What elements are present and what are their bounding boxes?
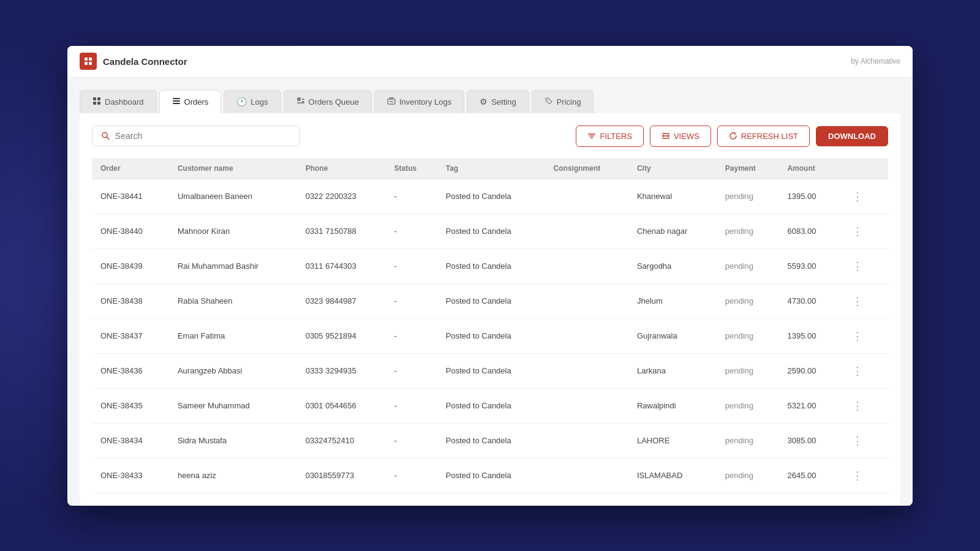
table-row: ONE-38437 Eman Fatima 0305 9521894 - Pos… — [92, 318, 888, 353]
views-button[interactable]: VIEWS — [650, 126, 711, 147]
cell-phone: 0305 9521894 — [297, 318, 386, 353]
filters-button[interactable]: FILTERS — [576, 126, 644, 147]
cell-tag: Posted to Candela — [437, 423, 545, 458]
cell-tag: Posted to Candela — [437, 179, 545, 214]
cell-customer: Umalbaneen Baneen — [169, 179, 297, 214]
cell-amount: 4730.00 — [778, 283, 839, 318]
search-box[interactable] — [92, 126, 300, 146]
orders-table: Order Customer name Phone Status Tag Con… — [92, 158, 888, 493]
cell-payment: pending — [717, 249, 779, 283]
cell-payment: pending — [717, 388, 779, 423]
cell-city: Jhelum — [628, 283, 717, 318]
cell-customer: Aurangzeb Abbasi — [169, 353, 297, 388]
cell-amount: 5321.00 — [778, 388, 839, 423]
refresh-button[interactable]: REFRESH LIST — [717, 126, 810, 147]
table-body: ONE-38441 Umalbaneen Baneen 0322 2200323… — [92, 179, 888, 493]
titlebar: Candela Connector by Alchemative — [67, 46, 913, 78]
col-customer: Customer name — [169, 158, 297, 179]
toolbar-actions: FILTERS VIEWS — [576, 126, 888, 147]
row-more-button[interactable]: ⋮ — [847, 432, 868, 450]
cell-order: ONE-38434 — [92, 423, 169, 458]
cell-consignment — [545, 214, 628, 249]
cell-customer: Sidra Mustafa — [169, 423, 297, 458]
cell-tag: Posted to Candela — [437, 353, 545, 388]
cell-actions: ⋮ — [839, 214, 888, 249]
row-more-button[interactable]: ⋮ — [847, 222, 868, 241]
cell-actions: ⋮ — [839, 318, 888, 353]
cell-customer: Mahnoor Kiran — [169, 214, 297, 249]
views-icon — [662, 132, 670, 140]
orders-queue-icon — [296, 97, 305, 107]
tab-inventory-logs[interactable]: Inventory Logs — [374, 90, 464, 113]
cell-payment: pending — [717, 353, 779, 388]
svg-rect-9 — [173, 100, 180, 102]
cell-amount: 5593.00 — [778, 249, 839, 283]
row-more-button[interactable]: ⋮ — [847, 292, 868, 310]
cell-payment: pending — [717, 179, 779, 214]
col-order: Order — [92, 158, 169, 179]
tab-logs[interactable]: 🕐 Logs — [224, 90, 281, 113]
download-button[interactable]: DOWNLOAD — [816, 126, 888, 146]
cell-customer: Sameer Muhammad — [169, 388, 297, 423]
svg-rect-11 — [297, 97, 301, 101]
row-more-button[interactable]: ⋮ — [847, 257, 868, 276]
tab-pricing[interactable]: Pricing — [532, 90, 594, 113]
cell-city: Gujranwala — [628, 318, 717, 353]
app-window: Candela Connector by Alchemative Dashboa… — [67, 46, 913, 506]
svg-rect-8 — [173, 98, 180, 99]
search-input[interactable] — [115, 131, 291, 141]
cell-amount: 2590.00 — [778, 353, 839, 388]
cell-phone: 03324752410 — [297, 423, 386, 458]
pricing-icon — [545, 97, 553, 107]
tab-inventory-logs-label: Inventory Logs — [399, 97, 451, 107]
filters-icon — [587, 132, 596, 140]
cell-city: Chenab nagar — [628, 214, 717, 249]
table-row: ONE-38435 Sameer Muhammad 0301 0544656 -… — [92, 388, 888, 423]
cell-payment: pending — [717, 283, 779, 318]
row-more-button[interactable]: ⋮ — [847, 397, 868, 415]
tab-pricing-label: Pricing — [557, 97, 581, 107]
cell-consignment — [545, 423, 628, 458]
cell-status: - — [385, 179, 437, 214]
row-more-button[interactable]: ⋮ — [847, 327, 868, 345]
tab-dashboard[interactable]: Dashboard — [80, 90, 157, 113]
col-actions — [839, 158, 888, 179]
cell-status: - — [385, 318, 437, 353]
svg-rect-3 — [89, 62, 92, 65]
content-area: Dashboard Orders 🕐 Logs — [67, 78, 913, 506]
cell-order: ONE-38436 — [92, 353, 169, 388]
tab-orders-queue[interactable]: Orders Queue — [284, 90, 372, 113]
orders-icon — [172, 97, 181, 107]
download-label: DOWNLOAD — [828, 132, 876, 141]
cell-order: ONE-38435 — [92, 388, 169, 423]
row-more-button[interactable]: ⋮ — [847, 187, 868, 206]
cell-customer: Rabia Shaheen — [169, 283, 297, 318]
titlebar-byline: by Alchemative — [851, 57, 900, 66]
col-city: City — [628, 158, 717, 179]
cell-amount: 1395.00 — [778, 318, 839, 353]
cell-status: - — [385, 458, 437, 493]
cell-customer: Rai Muhammad Bashir — [169, 249, 297, 283]
tab-setting[interactable]: ⚙ Setting — [467, 90, 529, 113]
svg-rect-17 — [390, 101, 393, 102]
cell-city: LAHORE — [628, 423, 717, 458]
cell-status: - — [385, 388, 437, 423]
svg-rect-0 — [85, 58, 88, 61]
svg-rect-1 — [89, 58, 92, 61]
row-more-button[interactable]: ⋮ — [847, 362, 868, 380]
row-more-button[interactable]: ⋮ — [847, 467, 868, 485]
app-title: Candela Connector — [103, 56, 187, 67]
svg-rect-4 — [93, 97, 96, 100]
tab-orders[interactable]: Orders — [159, 90, 222, 113]
col-consignment: Consignment — [545, 158, 628, 179]
cell-actions: ⋮ — [839, 388, 888, 423]
svg-rect-13 — [302, 101, 304, 102]
cell-status: - — [385, 214, 437, 249]
cell-actions: ⋮ — [839, 458, 888, 493]
cell-consignment — [545, 179, 628, 214]
cell-status: - — [385, 353, 437, 388]
col-tag: Tag — [437, 158, 545, 179]
cell-tag: Posted to Candela — [437, 283, 545, 318]
cell-amount: 1395.00 — [778, 179, 839, 214]
cell-consignment — [545, 388, 628, 423]
